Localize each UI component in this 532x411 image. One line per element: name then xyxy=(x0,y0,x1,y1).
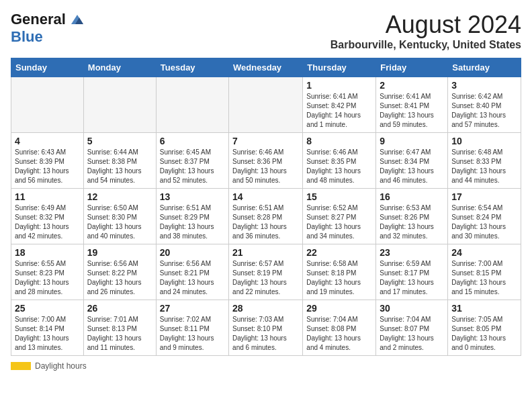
day-number: 3 xyxy=(451,80,517,91)
day-number: 5 xyxy=(87,136,152,146)
day-info: Sunrise: 6:45 AM Sunset: 8:37 PM Dayligh… xyxy=(160,148,225,185)
calendar-cell: 3Sunrise: 6:42 AM Sunset: 8:40 PM Daylig… xyxy=(448,77,521,133)
calendar-cell: 4Sunrise: 6:43 AM Sunset: 8:39 PM Daylig… xyxy=(11,133,84,189)
calendar-cell: 8Sunrise: 6:46 AM Sunset: 8:35 PM Daylig… xyxy=(303,133,376,189)
calendar-cell: 29Sunrise: 7:04 AM Sunset: 8:08 PM Dayli… xyxy=(303,300,376,356)
day-info: Sunrise: 6:59 AM Sunset: 8:17 PM Dayligh… xyxy=(380,259,444,297)
calendar-week-row: 11Sunrise: 6:49 AM Sunset: 8:32 PM Dayli… xyxy=(11,189,521,244)
day-number: 28 xyxy=(232,303,299,314)
month-title: August 2024 xyxy=(330,11,521,39)
day-number: 17 xyxy=(451,191,517,202)
day-info: Sunrise: 7:00 AM Sunset: 8:15 PM Dayligh… xyxy=(451,259,517,297)
day-info: Sunrise: 6:47 AM Sunset: 8:34 PM Dayligh… xyxy=(380,148,444,185)
calendar-cell: 1Sunrise: 6:41 AM Sunset: 8:42 PM Daylig… xyxy=(303,77,376,133)
calendar-cell: 30Sunrise: 7:04 AM Sunset: 8:07 PM Dayli… xyxy=(376,300,448,356)
calendar-cell: 25Sunrise: 7:00 AM Sunset: 8:14 PM Dayli… xyxy=(11,300,84,356)
daylight-label: Daylight hours xyxy=(35,361,87,371)
day-info: Sunrise: 6:41 AM Sunset: 8:41 PM Dayligh… xyxy=(380,92,444,130)
calendar-cell: 12Sunrise: 6:50 AM Sunset: 8:30 PM Dayli… xyxy=(83,189,156,244)
day-info: Sunrise: 7:01 AM Sunset: 8:13 PM Dayligh… xyxy=(87,315,152,353)
day-info: Sunrise: 6:46 AM Sunset: 8:35 PM Dayligh… xyxy=(306,148,372,185)
calendar-cell: 15Sunrise: 6:52 AM Sunset: 8:27 PM Dayli… xyxy=(303,189,376,244)
calendar-cell: 10Sunrise: 6:48 AM Sunset: 8:33 PM Dayli… xyxy=(448,133,521,189)
day-info: Sunrise: 7:04 AM Sunset: 8:08 PM Dayligh… xyxy=(306,315,372,353)
calendar-cell: 6Sunrise: 6:45 AM Sunset: 8:37 PM Daylig… xyxy=(156,133,228,189)
day-info: Sunrise: 6:46 AM Sunset: 8:36 PM Dayligh… xyxy=(232,148,299,185)
calendar-week-row: 18Sunrise: 6:55 AM Sunset: 8:23 PM Dayli… xyxy=(11,244,521,300)
day-number: 18 xyxy=(15,247,80,258)
calendar-cell: 24Sunrise: 7:00 AM Sunset: 8:15 PM Dayli… xyxy=(448,244,521,300)
calendar-cell: 17Sunrise: 6:54 AM Sunset: 8:24 PM Dayli… xyxy=(448,189,521,244)
day-info: Sunrise: 6:55 AM Sunset: 8:23 PM Dayligh… xyxy=(15,259,80,297)
calendar-cell: 14Sunrise: 6:51 AM Sunset: 8:28 PM Dayli… xyxy=(229,189,303,244)
day-number: 22 xyxy=(306,247,372,258)
weekday-header: Tuesday xyxy=(156,58,228,77)
day-number: 21 xyxy=(232,247,299,258)
calendar-cell xyxy=(229,77,303,133)
day-number: 11 xyxy=(15,191,80,202)
day-info: Sunrise: 6:56 AM Sunset: 8:21 PM Dayligh… xyxy=(160,259,225,297)
calendar-cell: 28Sunrise: 7:03 AM Sunset: 8:10 PM Dayli… xyxy=(229,300,303,356)
weekday-header: Sunday xyxy=(11,58,84,77)
calendar-cell: 20Sunrise: 6:56 AM Sunset: 8:21 PM Dayli… xyxy=(156,244,228,300)
day-number: 13 xyxy=(160,191,225,202)
calendar-cell xyxy=(156,77,228,133)
day-number: 31 xyxy=(451,303,517,314)
day-info: Sunrise: 6:41 AM Sunset: 8:42 PM Dayligh… xyxy=(306,92,372,130)
calendar-cell xyxy=(83,77,156,133)
calendar-cell: 31Sunrise: 7:05 AM Sunset: 8:05 PM Dayli… xyxy=(448,300,521,356)
day-number: 24 xyxy=(451,247,517,258)
day-info: Sunrise: 6:52 AM Sunset: 8:27 PM Dayligh… xyxy=(306,203,372,241)
weekday-header: Friday xyxy=(376,58,448,77)
logo-icon xyxy=(70,13,85,26)
header: General Blue August 2024 Barbourville, K… xyxy=(11,11,521,51)
calendar-cell: 27Sunrise: 7:02 AM Sunset: 8:11 PM Dayli… xyxy=(156,300,228,356)
title-area: August 2024 Barbourville, Kentucky, Unit… xyxy=(330,11,521,51)
calendar-cell: 13Sunrise: 6:51 AM Sunset: 8:29 PM Dayli… xyxy=(156,189,228,244)
day-info: Sunrise: 6:51 AM Sunset: 8:28 PM Dayligh… xyxy=(232,203,299,241)
day-number: 4 xyxy=(15,136,80,146)
logo-blue: Blue xyxy=(11,28,43,46)
calendar-cell: 19Sunrise: 6:56 AM Sunset: 8:22 PM Dayli… xyxy=(83,244,156,300)
calendar-cell xyxy=(11,77,84,133)
day-info: Sunrise: 6:58 AM Sunset: 8:18 PM Dayligh… xyxy=(306,259,372,297)
logo-general: General xyxy=(11,11,66,28)
calendar-week-row: 25Sunrise: 7:00 AM Sunset: 8:14 PM Dayli… xyxy=(11,300,521,356)
calendar-week-row: 4Sunrise: 6:43 AM Sunset: 8:39 PM Daylig… xyxy=(11,133,521,189)
day-info: Sunrise: 6:43 AM Sunset: 8:39 PM Dayligh… xyxy=(15,148,80,185)
footer-note: Daylight hours xyxy=(11,361,521,371)
day-info: Sunrise: 7:04 AM Sunset: 8:07 PM Dayligh… xyxy=(380,315,444,353)
day-number: 25 xyxy=(15,303,80,314)
day-number: 2 xyxy=(380,80,444,91)
day-number: 16 xyxy=(380,191,444,202)
calendar-cell: 23Sunrise: 6:59 AM Sunset: 8:17 PM Dayli… xyxy=(376,244,448,300)
day-number: 9 xyxy=(380,136,444,146)
calendar-cell: 16Sunrise: 6:53 AM Sunset: 8:26 PM Dayli… xyxy=(376,189,448,244)
day-info: Sunrise: 7:02 AM Sunset: 8:11 PM Dayligh… xyxy=(160,315,225,353)
day-info: Sunrise: 6:53 AM Sunset: 8:26 PM Dayligh… xyxy=(380,203,444,241)
day-info: Sunrise: 6:51 AM Sunset: 8:29 PM Dayligh… xyxy=(160,203,225,241)
day-number: 23 xyxy=(380,247,444,258)
day-info: Sunrise: 7:00 AM Sunset: 8:14 PM Dayligh… xyxy=(15,315,80,353)
calendar-cell: 22Sunrise: 6:58 AM Sunset: 8:18 PM Dayli… xyxy=(303,244,376,300)
day-info: Sunrise: 6:44 AM Sunset: 8:38 PM Dayligh… xyxy=(87,148,152,185)
header-row: SundayMondayTuesdayWednesdayThursdayFrid… xyxy=(11,58,521,77)
day-number: 1 xyxy=(306,80,372,91)
day-number: 6 xyxy=(160,136,225,146)
day-number: 10 xyxy=(451,136,517,146)
daylight-bar xyxy=(11,362,31,370)
day-number: 20 xyxy=(160,247,225,258)
calendar-cell: 18Sunrise: 6:55 AM Sunset: 8:23 PM Dayli… xyxy=(11,244,84,300)
weekday-header: Saturday xyxy=(448,58,521,77)
logo: General Blue xyxy=(11,11,85,46)
day-number: 27 xyxy=(160,303,225,314)
day-number: 29 xyxy=(306,303,372,314)
day-number: 14 xyxy=(232,191,299,202)
day-info: Sunrise: 6:57 AM Sunset: 8:19 PM Dayligh… xyxy=(232,259,299,297)
weekday-header: Monday xyxy=(83,58,156,77)
day-number: 7 xyxy=(232,136,299,146)
day-info: Sunrise: 6:48 AM Sunset: 8:33 PM Dayligh… xyxy=(451,148,517,185)
calendar-cell: 5Sunrise: 6:44 AM Sunset: 8:38 PM Daylig… xyxy=(83,133,156,189)
calendar-table: SundayMondayTuesdayWednesdayThursdayFrid… xyxy=(11,58,521,356)
day-info: Sunrise: 6:42 AM Sunset: 8:40 PM Dayligh… xyxy=(451,92,517,130)
